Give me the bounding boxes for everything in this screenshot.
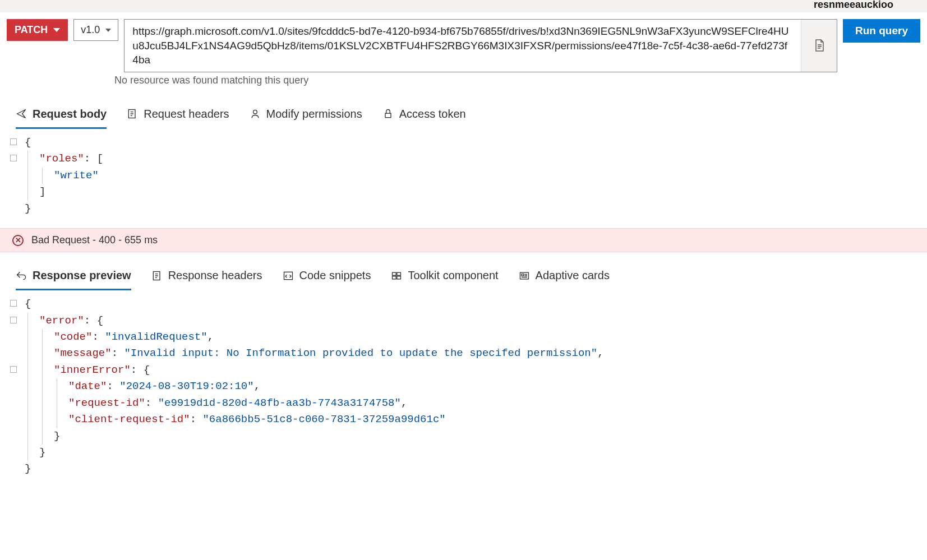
top-bar: resnmeeauckioo <box>0 0 927 12</box>
chevron-down-icon <box>105 29 111 32</box>
tab-label: Response preview <box>33 269 131 282</box>
code-icon <box>283 270 294 281</box>
chevron-down-icon <box>53 28 60 32</box>
tab-label: Response headers <box>168 269 262 282</box>
tab-response-preview[interactable]: Response preview <box>16 265 131 290</box>
document-icon <box>814 39 824 52</box>
fold-marker[interactable] <box>10 317 17 323</box>
lock-icon <box>382 108 394 119</box>
svg-rect-7 <box>393 276 396 279</box>
fold-marker[interactable] <box>10 300 17 307</box>
request-tabs: Request body Request headers Modify perm… <box>0 103 927 129</box>
username-label: resnmeeauckioo <box>814 0 893 11</box>
tab-toolkit-component[interactable]: Toolkit component <box>391 265 498 290</box>
tab-label: Modify permissions <box>266 108 362 121</box>
permissions-icon <box>250 108 261 119</box>
fold-marker[interactable] <box>10 138 17 145</box>
svg-rect-2 <box>385 114 391 118</box>
api-version-dropdown[interactable]: v1.0 <box>73 19 118 41</box>
toolkit-icon <box>391 270 402 281</box>
response-body-viewer[interactable]: { "error": { "code": "invalidRequest", "… <box>0 290 927 489</box>
status-bar: ✕ Bad Request - 400 - 655 ms <box>0 228 927 252</box>
tab-request-body[interactable]: Request body <box>16 103 107 129</box>
tab-request-headers[interactable]: Request headers <box>127 103 229 129</box>
error-icon: ✕ <box>12 235 24 246</box>
card-icon <box>519 270 530 281</box>
request-body-editor[interactable]: { "roles": [ "write" ] } <box>0 129 927 228</box>
doc-button[interactable] <box>801 20 837 72</box>
undo-icon <box>16 270 27 281</box>
svg-rect-10 <box>522 274 524 275</box>
tab-label: Adaptive cards <box>536 269 610 282</box>
fold-marker[interactable] <box>10 366 17 373</box>
send-icon <box>16 108 27 119</box>
svg-point-1 <box>253 110 257 114</box>
no-resource-msg: No resource was found matching this quer… <box>114 75 927 86</box>
fold-marker[interactable] <box>10 155 17 161</box>
svg-rect-4 <box>284 272 292 279</box>
api-version-label: v1.0 <box>81 24 100 36</box>
url-input[interactable]: https://graph.microsoft.com/v1.0/sites/9… <box>124 20 801 72</box>
tab-label: Toolkit component <box>408 269 498 282</box>
query-row: PATCH v1.0 https://graph.microsoft.com/v… <box>0 12 927 79</box>
tab-modify-permissions[interactable]: Modify permissions <box>250 103 362 129</box>
svg-rect-5 <box>393 272 396 275</box>
tab-label: Request body <box>33 108 107 121</box>
status-text: Bad Request - 400 - 655 ms <box>31 234 158 246</box>
response-tabs: Response preview Response headers Code s… <box>0 265 927 290</box>
svg-rect-8 <box>397 276 401 279</box>
tab-access-token[interactable]: Access token <box>382 103 466 129</box>
tab-label: Code snippets <box>299 269 371 282</box>
headers-icon <box>151 270 163 281</box>
tab-label: Access token <box>399 108 466 121</box>
headers-icon <box>127 108 138 119</box>
run-query-button[interactable]: Run query <box>843 19 920 43</box>
tab-adaptive-cards[interactable]: Adaptive cards <box>519 265 610 290</box>
url-input-container: https://graph.microsoft.com/v1.0/sites/9… <box>124 19 837 72</box>
tab-label: Request headers <box>144 108 229 121</box>
http-method-label: PATCH <box>15 24 48 36</box>
tab-code-snippets[interactable]: Code snippets <box>283 265 371 290</box>
tab-response-headers[interactable]: Response headers <box>151 265 262 290</box>
http-method-dropdown[interactable]: PATCH <box>7 19 68 41</box>
svg-rect-6 <box>397 272 401 275</box>
